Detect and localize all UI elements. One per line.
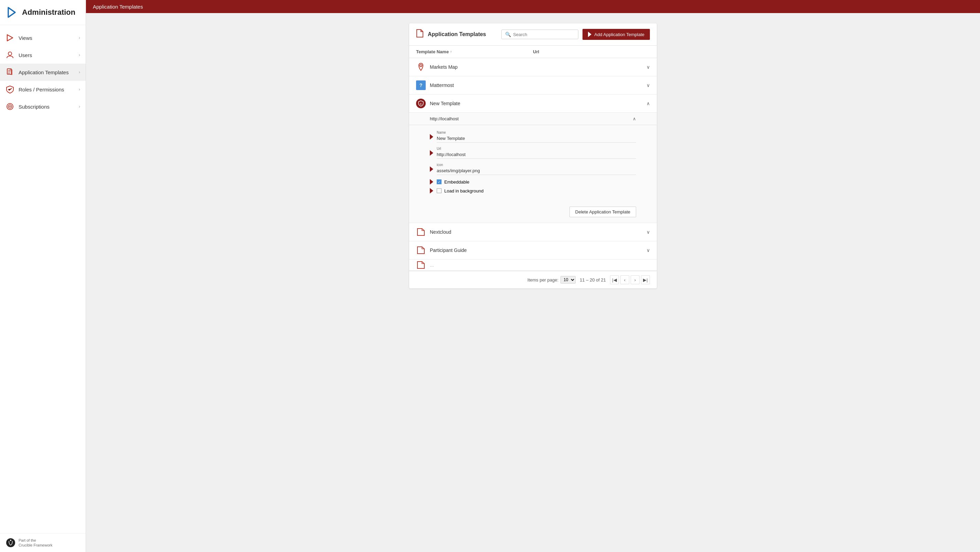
template-row-header-mattermost[interactable]: ? Mattermost ∨ [409,76,657,94]
field-arrow-icon [430,167,433,172]
per-page-select[interactable]: 5 10 25 50 [560,276,576,284]
add-application-template-button[interactable]: Add Application Template [582,29,650,40]
table-header: Template Name ↑ Url [409,46,657,58]
field-content-icon: icon [437,163,636,175]
checkbox-content-embeddable[interactable]: Embeddable [437,179,469,185]
sidebar-footer-text: Part of the Crucible Framework [19,538,52,548]
sidebar-item-label-templates: Application Templates [19,70,75,75]
last-page-button[interactable]: ▶| [641,275,650,284]
svg-point-8 [10,539,11,541]
chevron-down-icon: ∨ [646,229,650,235]
field-input-url[interactable] [437,152,636,159]
sidebar-title: Administration [22,8,75,17]
svg-marker-0 [8,8,15,17]
sidebar-item-label-subscriptions: Subscriptions [19,104,75,109]
checkbox-row-embeddable: Embeddable [430,179,636,185]
template-expanded-new-template: http://localhost ∧ Name [409,113,657,223]
field-label-icon: icon [437,163,636,167]
checkbox-label-embeddable: Embeddable [444,179,469,185]
template-row-markets-map: Markets Map ∨ [409,58,657,76]
template-row-mattermost: ? Mattermost ∨ [409,76,657,95]
template-name-partial: ... [430,262,650,268]
chevron-right-icon: › [79,87,80,92]
template-row-new-template: C New Template ∧ http://localhost ∧ [409,95,657,223]
svg-marker-1 [7,35,13,41]
chevron-down-icon: ∨ [646,64,650,70]
field-content-url: Url [437,147,636,159]
location-icon [416,62,426,72]
checkbox-embeddable[interactable] [437,179,442,184]
template-name-participant-guide: Participant Guide [430,247,642,253]
sidebar-item-roles-permissions[interactable]: Roles / Permissions › [0,81,86,98]
chevron-right-icon: › [79,70,80,75]
sidebar-item-label-views: Views [19,35,75,41]
checkbox-label-load-background: Load in background [444,188,484,194]
field-row-icon: icon [430,163,636,175]
chevron-right-icon: › [79,35,80,40]
field-input-icon[interactable] [437,168,636,175]
per-page-control: Items per page: 5 10 25 50 [528,276,576,284]
per-page-label: Items per page: [528,278,558,282]
template-name-markets-map: Markets Map [430,64,642,70]
sidebar-item-users[interactable]: Users › [0,46,86,63]
svg-point-6 [9,106,11,107]
svg-text:C: C [420,102,422,106]
delete-application-template-button[interactable]: Delete Application Template [570,206,636,217]
template-row-header-markets-map[interactable]: Markets Map ∨ [409,58,657,76]
checkbox-content-load-background[interactable]: Load in background [437,188,484,194]
svg-point-9 [420,65,422,67]
field-arrow-load-background [430,188,433,194]
field-arrow-url [430,150,433,156]
sidebar-item-label-roles: Roles / Permissions [19,87,75,92]
file-icon [416,29,424,38]
sidebar-item-label-users: Users [19,52,75,58]
checkbox-load-background[interactable] [437,188,442,193]
svg-point-2 [8,52,12,56]
col-header-name[interactable]: Template Name ↑ [416,49,533,54]
template-name-nextcloud: Nextcloud [430,229,642,235]
next-page-button[interactable]: › [631,275,640,284]
expanded-body: Name Url [409,125,657,203]
card-header-title: Application Templates [428,31,497,38]
field-label-url: Url [437,147,636,151]
templates-icon [5,68,14,77]
sidebar-item-application-templates[interactable]: Application Templates › [0,63,86,81]
search-input[interactable] [513,32,574,37]
chevron-down-icon: ∨ [646,82,650,88]
template-row-partial: ... [409,260,657,271]
subscriptions-icon [5,102,14,111]
sidebar-item-subscriptions[interactable]: Subscriptions › [0,98,86,115]
card-header: Application Templates 🔍 Add Application … [409,23,657,46]
template-name-new-template: New Template [430,101,642,106]
search-box[interactable]: 🔍 [501,30,578,39]
chevron-down-icon: ∨ [646,247,650,253]
expanded-url-chevron-up: ∧ [633,116,636,121]
field-input-name[interactable] [437,136,636,143]
field-arrow-embeddable [430,179,433,185]
sidebar-item-views[interactable]: Views › [0,29,86,46]
page-range-info: 11 – 20 of 21 [580,278,606,282]
sidebar-header: Administration [0,0,86,25]
expanded-url-header[interactable]: http://localhost ∧ [409,113,657,125]
users-icon [5,51,14,59]
prev-page-button[interactable]: ‹ [620,275,629,284]
file-icon-nextcloud [416,227,426,237]
crucible-logo [5,538,16,548]
field-row-url: Url [430,147,636,159]
template-row-header-nextcloud[interactable]: Nextcloud ∨ [409,223,657,241]
roles-icon [5,85,14,94]
mattermost-icon: ? [416,81,426,90]
sidebar-footer: Part of the Crucible Framework [0,533,86,552]
sidebar-nav: Views › Users › Application Templates › [0,25,86,533]
template-row-header-partial[interactable]: ... [409,260,657,271]
sidebar: Administration Views › Users › Applicati [0,0,86,552]
shield-c-icon: C [416,98,426,108]
pagination: Items per page: 5 10 25 50 11 – 20 of 21… [409,271,657,289]
topbar: Application Templates [86,0,980,13]
template-row-header-participant-guide[interactable]: Participant Guide ∨ [409,241,657,259]
field-content-name: Name [437,131,636,143]
card: Application Templates 🔍 Add Application … [409,23,657,289]
template-row-header-new-template[interactable]: C New Template ∧ [409,95,657,113]
first-page-button[interactable]: |◀ [610,275,619,284]
checkbox-row-load-background: Load in background [430,188,636,194]
